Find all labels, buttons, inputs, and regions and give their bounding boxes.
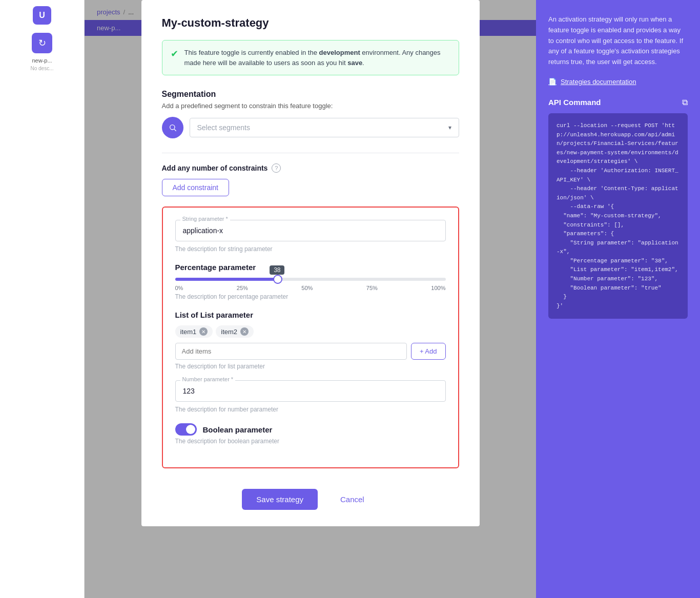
- svg-line-1: [174, 129, 176, 131]
- sidebar: U ↻ new-p... No desc...: [0, 0, 85, 598]
- slider-value-label: 38: [270, 265, 284, 275]
- slider-label-0: 0%: [175, 285, 183, 291]
- tag-remove-item1[interactable]: ✕: [199, 327, 208, 336]
- strategies-doc-link[interactable]: 📄 Strategies documentation: [548, 78, 688, 86]
- help-icon[interactable]: ?: [272, 163, 281, 173]
- api-command-title: API Command: [548, 98, 601, 107]
- percentage-param-desc: The description for percentage parameter: [175, 293, 446, 300]
- list-tags: item1 ✕ item2 ✕: [175, 325, 446, 338]
- number-param-group: Number parameter *: [175, 380, 446, 402]
- chevron-down-icon: ▾: [448, 124, 451, 131]
- doc-link-label: Strategies documentation: [561, 78, 636, 86]
- app-logo: U: [33, 6, 51, 25]
- add-constraint-button[interactable]: Add constraint: [162, 179, 230, 196]
- svg-point-0: [170, 125, 174, 130]
- constraints-title: Add any number of constraints: [162, 164, 268, 172]
- modal-title: My-custom-strategy: [162, 16, 459, 30]
- tag-label-2: item2: [221, 328, 237, 336]
- constraints-header: Add any number of constraints ?: [162, 163, 459, 173]
- string-param-input[interactable]: [175, 220, 446, 241]
- percentage-slider-container: 38: [175, 278, 446, 281]
- list-tag-item1: item1 ✕: [175, 325, 213, 338]
- sidebar-sub-label: No desc...: [30, 66, 53, 71]
- right-panel: An activation strategy will only run whe…: [536, 0, 700, 598]
- list-add-input[interactable]: [175, 343, 407, 360]
- tag-remove-item2[interactable]: ✕: [240, 327, 249, 336]
- segment-placeholder: Select segments: [197, 123, 448, 132]
- banner-bold-env: development: [319, 49, 360, 56]
- string-param-label: String parameter *: [180, 216, 230, 222]
- string-param-desc: The description for string parameter: [175, 245, 446, 253]
- list-add-button[interactable]: + Add: [411, 343, 446, 360]
- doc-icon: 📄: [548, 78, 557, 86]
- segment-selector-row: Select segments ▾: [162, 117, 459, 138]
- list-tag-item2: item2 ✕: [216, 325, 254, 338]
- segmentation-title: Segmentation: [162, 90, 459, 99]
- param-box: String parameter * The description for s…: [162, 207, 459, 468]
- number-param-input[interactable]: [175, 380, 446, 402]
- divider: [162, 153, 459, 153]
- save-strategy-button[interactable]: Save strategy: [242, 489, 318, 510]
- boolean-param-row: Boolean parameter: [175, 423, 446, 436]
- slider-labels: 0% 25% 50% 75% 100%: [175, 285, 446, 291]
- sidebar-refresh-btn[interactable]: ↻: [32, 33, 52, 53]
- segment-search-icon[interactable]: [162, 117, 183, 138]
- tag-label: item1: [180, 328, 197, 336]
- slider-track[interactable]: [175, 278, 446, 281]
- list-add-row: + Add: [175, 343, 446, 360]
- string-param-group: String parameter *: [175, 220, 446, 241]
- slider-thumb[interactable]: [273, 275, 282, 284]
- modal-backdrop: My-custom-strategy ✔ This feature toggle…: [85, 0, 536, 598]
- cancel-button[interactable]: Cancel: [326, 489, 379, 510]
- info-banner: ✔ This feature toggle is currently enabl…: [162, 40, 459, 75]
- api-command-header: API Command ⧉: [548, 98, 688, 107]
- api-code-block: curl --location --request POST 'http://u…: [548, 113, 688, 319]
- banner-text-end: .: [362, 59, 364, 67]
- segmentation-desc: Add a predefined segment to constrain th…: [162, 102, 459, 110]
- number-param-label: Number parameter *: [180, 376, 236, 382]
- list-param-title: List of List parameter: [175, 311, 446, 319]
- copy-icon[interactable]: ⧉: [682, 98, 688, 107]
- boolean-param-desc: The description for boolean parameter: [175, 438, 446, 445]
- list-param-desc: The description for list parameter: [175, 363, 446, 370]
- slider-label-75: 75%: [366, 285, 378, 291]
- sidebar-projects-label: new-p...: [32, 57, 52, 64]
- right-panel-description: An activation strategy will only run whe…: [548, 14, 688, 68]
- modal-footer: Save strategy Cancel: [162, 479, 459, 510]
- banner-text-before: This feature toggle is currently enabled…: [184, 49, 319, 56]
- slider-label-25: 25%: [237, 285, 248, 291]
- modal: My-custom-strategy ✔ This feature toggle…: [141, 0, 480, 526]
- slider-label-50: 50%: [301, 285, 313, 291]
- main-area: projects / ... new-p... My-custom-strate…: [85, 0, 536, 598]
- boolean-param-label: Boolean parameter: [203, 425, 273, 434]
- banner-bold-save: save: [347, 59, 362, 67]
- check-circle-icon: ✔: [171, 48, 178, 59]
- banner-text: This feature toggle is currently enabled…: [184, 48, 450, 68]
- boolean-toggle[interactable]: [175, 423, 197, 436]
- slider-label-100: 100%: [431, 285, 445, 291]
- segment-select[interactable]: Select segments ▾: [190, 118, 459, 137]
- number-param-desc: The description for number parameter: [175, 406, 446, 413]
- percentage-param-title: Percentage parameter: [175, 263, 446, 272]
